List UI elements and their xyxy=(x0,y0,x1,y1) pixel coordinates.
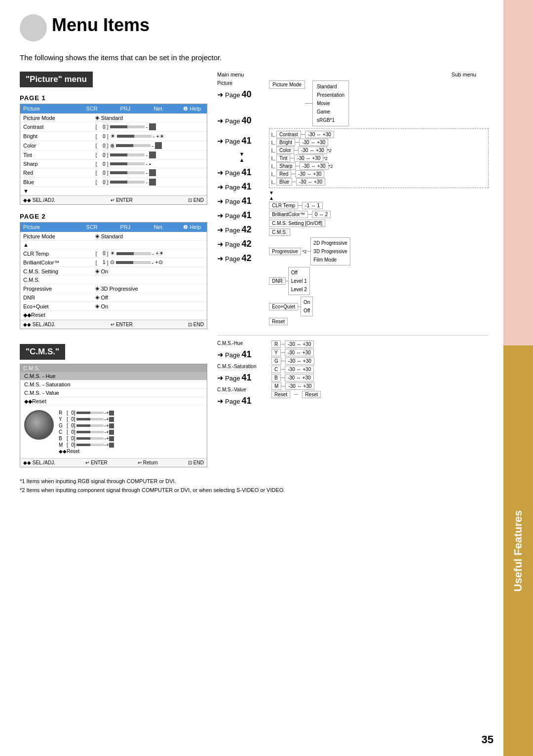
diag-brilliant: BrilliantColor™ 0 ↔ 2 xyxy=(269,211,489,218)
page41-link1: ➜ Page 41 xyxy=(217,136,266,146)
page40-link1: ➜ Page 40 xyxy=(217,89,266,100)
p2-row-cms: C.M.S. xyxy=(20,276,207,284)
diag-reset: Reset xyxy=(269,318,489,325)
p2-header-picture: Picture xyxy=(23,224,70,230)
sidebar-useful-features-tab: Useful Features xyxy=(503,345,533,756)
row-sharp: Sharp [ 0 ] - ▪ xyxy=(20,160,207,168)
page41-brilliant: ➜ Page 41 xyxy=(217,182,266,192)
p2-row-picture-mode: Picture Mode ◈ Standard xyxy=(20,232,207,241)
footnote2: *2 Items when inputting component signal… xyxy=(20,486,489,495)
cms-sub-menu: R -30 ↔ +30 Y -30 ↔ +30 G xyxy=(271,340,489,408)
page42-eco: ➜ Page 42 xyxy=(217,253,266,264)
p2-header-help: ❷ Help xyxy=(180,224,204,230)
footnotes: *1 Items when inputting RGB signal throu… xyxy=(20,477,489,494)
cms-page41-val: ➜ Page 41 xyxy=(217,396,266,406)
cms-diag-m: M -30 ↔ +30 xyxy=(271,382,489,390)
p2-row-cms-setting: C.M.S. Setting ◈ On xyxy=(20,267,207,276)
header-picture: Picture xyxy=(23,106,70,112)
cms-slider-y: Y [ 0 ] - + xyxy=(59,416,203,422)
cms-diag-reset-row: Reset Reset xyxy=(271,391,489,398)
progressive-submenu: 2D Progressive 3D Progressive Film Mode xyxy=(310,237,350,265)
cms-color-wheel xyxy=(24,410,54,440)
cms-menu-box: C.M.S. C.M.S. - Hue C.M.S. - Saturation … xyxy=(20,364,207,467)
cms-footer: ◆◆ SEL./ADJ. ↵ ENTER ↩ Return ⊡ END xyxy=(20,458,207,467)
cms-row-hue: C.M.S. - Hue xyxy=(20,372,207,380)
row-picture-mode: Picture Mode ◈ Standard xyxy=(20,113,207,122)
diag-clrtemp: CLR Temp -1 ↔ 1 xyxy=(269,202,489,209)
main-menu-col: Picture ➜ Page 40 ➜ Page 40 xyxy=(217,80,266,265)
row-blue: Blue [ 0 ] - xyxy=(20,178,207,187)
header-scr: SCR xyxy=(80,106,104,112)
right-sidebar: Useful Features xyxy=(503,0,533,756)
cms-slider-c: C [ 0 ] - + xyxy=(59,429,203,435)
cms-menu-header: "C.M.S." xyxy=(20,344,65,360)
diag-blue: Blue -30 ↔ +30 xyxy=(271,178,486,186)
cms-diag-b: B -30 ↔ +30 xyxy=(271,374,489,381)
p2-row-progressive: Progressive ◈ 3D Progressive xyxy=(20,284,207,293)
cms-content: R [ 0 ] - + Y [ 0 xyxy=(20,406,207,458)
cms-row-saturation: C.M.S. - Saturation xyxy=(20,380,207,389)
diag-dnr: DNR Off Level 1 Level 2 xyxy=(269,267,489,295)
picture-mode-box: Picture Mode xyxy=(269,80,305,89)
cms-diag-g: G -30 ↔ +30 xyxy=(271,357,489,365)
p2-row-eco: Eco+Quiet ◈ On xyxy=(20,302,207,311)
diag-contrast: Contrast -30 ↔ +30 xyxy=(271,131,486,138)
cms-title: C.M.S. xyxy=(20,364,207,372)
header-prj: PRJ xyxy=(114,106,137,112)
page40-link2: ➜ Page 40 xyxy=(217,115,266,126)
cms-slider-g: G [ 0 ] - + xyxy=(59,423,203,428)
page1-menu-box: Picture SCR PRJ Net. ❷ Help Picture Mode… xyxy=(20,104,207,205)
row-more: ▼ xyxy=(20,187,207,195)
page1-menu-header: Picture SCR PRJ Net. ❷ Help xyxy=(20,104,207,113)
p2-header-net: Net. xyxy=(147,224,171,230)
cms-diag-c: C -30 ↔ +30 xyxy=(271,366,489,373)
eco-submenu: On Off xyxy=(301,297,313,316)
page2-menu-box: Picture SCR PRJ Net. ❷ Help Picture Mode… xyxy=(20,222,207,329)
p2-row-up: ▲ xyxy=(20,241,207,249)
p2-row-brilliantcolor: BrilliantColor™ [ 1 ] ⊙ - +⊙ xyxy=(20,258,207,267)
diag-cms: C.M.S. xyxy=(269,228,489,236)
picture-mode-diagram: Picture Mode Standard Presentation Movie… xyxy=(269,80,489,126)
p2-header-prj: PRJ xyxy=(114,224,137,230)
diag-eco: Eco+Quiet On Off xyxy=(269,297,489,316)
picture-menu-header: "Picture" menu xyxy=(20,72,93,87)
page41-cms: ➜ Page 41 xyxy=(217,210,266,221)
page-title: Menu Items xyxy=(52,15,150,36)
diagram-main: Picture ➜ Page 40 ➜ Page 40 xyxy=(217,80,489,330)
footnote1: *1 Items when inputting RGB signal throu… xyxy=(20,477,489,486)
diag-progressive: Progressive *2 2D Progressive 3D Progres… xyxy=(269,237,489,265)
header-help: ❷ Help xyxy=(180,106,204,112)
intro-text: The following shows the items that can b… xyxy=(20,53,489,62)
right-column: Main menu Sub menu Picture ➜ Page 40 xyxy=(217,72,489,467)
page2-label: PAGE 2 xyxy=(20,213,207,220)
page2-footer: ◆◆ SEL./ADJ. ↵ ENTER ⊡ END xyxy=(20,320,207,329)
page41-clrtemp: ➜ Page 41 xyxy=(217,167,266,178)
page-number: 35 xyxy=(482,733,494,746)
page2-menu-header: Picture SCR PRJ Net. ❷ Help xyxy=(20,223,207,232)
dashed-adjustments: Contrast -30 ↔ +30 Bright -30 ↔ +30 xyxy=(269,128,489,188)
p2-header-scr: SCR xyxy=(80,224,104,230)
diag-tint: Tint -30 ↔ +30 *2 xyxy=(271,154,486,162)
sub-menu-label: Sub menu xyxy=(452,72,476,77)
two-col-layout: "Picture" menu PAGE 1 Picture SCR PRJ Ne… xyxy=(20,72,489,467)
header-net: Net. xyxy=(147,106,171,112)
cms-sliders: R [ 0 ] - + Y [ 0 xyxy=(59,410,203,454)
diag-color: Color -30 ↔ +30 *2 xyxy=(271,147,486,154)
cms-page41-sat: ➜ Page 41 xyxy=(217,373,266,383)
diag-bright: Bright -30 ↔ +30 xyxy=(271,139,486,146)
sidebar-top-decoration xyxy=(503,0,533,345)
p2-row-clrtemp: CLR Temp [ 0 ] ☀ - +☀ xyxy=(20,249,207,258)
cms-diag-y: Y -30 ↔ +30 xyxy=(271,349,489,356)
cms-diagram-section: C.M.S.-Hue ➜ Page 41 C.M.S.-Saturation ➜… xyxy=(217,335,489,408)
page1-footer: ◆◆ SEL./ADJ. ↵ ENTER ⊡ END xyxy=(20,195,207,204)
p2-row-reset: ◆◆Reset xyxy=(20,311,207,320)
cms-diagram-layout: C.M.S.-Hue ➜ Page 41 C.M.S.-Saturation ➜… xyxy=(217,340,489,408)
diag-red: Red -30 ↔ +30 xyxy=(271,170,486,178)
cms-row-value: C.M.S. - Value xyxy=(20,389,207,397)
left-column: "Picture" menu PAGE 1 Picture SCR PRJ Ne… xyxy=(20,72,207,467)
submenu-list: Standard Presentation Movie Game sRGB*1 xyxy=(312,80,349,126)
row-red: Red [ 0 ] - xyxy=(20,168,207,178)
row-contrast: Contrast [ 0 ] - xyxy=(20,122,207,132)
page42-dnr: ➜ Page 42 xyxy=(217,239,266,249)
row-tint: Tint [ 0 ] - xyxy=(20,151,207,160)
